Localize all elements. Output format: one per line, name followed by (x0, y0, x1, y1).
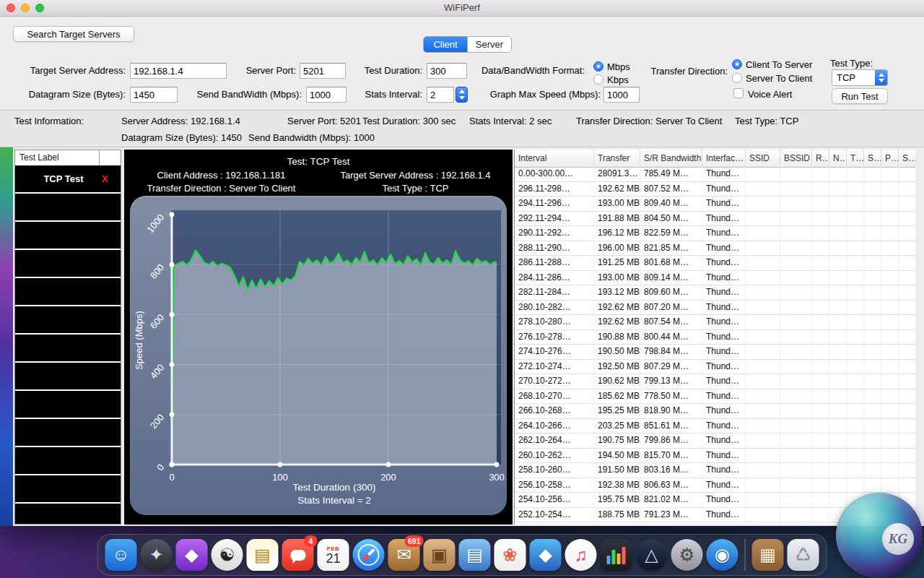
dock-stats-app-icon[interactable] (601, 539, 632, 571)
stats-interval-input[interactable] (427, 87, 454, 103)
cell-transfer: 192.62 MB (594, 315, 640, 329)
cell (881, 226, 899, 241)
dock-documents-app-icon[interactable]: ▤ (459, 539, 491, 571)
dock-safari-icon[interactable] (353, 539, 385, 571)
table-row[interactable]: 292.11-294…191.88 MB804.50 M…Thund… (515, 212, 915, 227)
stepper-up-icon[interactable] (459, 90, 465, 93)
cell (780, 389, 812, 404)
table-row[interactable]: 284.11-286…193.00 MB809.14 M…Thund… (515, 271, 915, 286)
voice-alert-checkbox[interactable] (733, 88, 744, 98)
dock-archive-box-icon[interactable]: ▣ (424, 539, 456, 571)
cell (780, 315, 812, 329)
table-row[interactable]: 272.10-274…192.50 MB807.29 M…Thund… (515, 360, 915, 375)
cell (829, 285, 847, 300)
cell (746, 285, 780, 300)
cell-transfer: 192.62 MB (594, 182, 640, 197)
dock-stamps-app-icon[interactable]: ✉691 (388, 539, 420, 571)
column-header-0[interactable]: Interval (515, 150, 594, 167)
column-header-9[interactable]: S… (864, 150, 881, 167)
dock-screen-sharing-app-icon[interactable]: ◉ (707, 539, 738, 571)
dock-photo-editor-app-icon[interactable]: △ (636, 539, 668, 571)
dock-finder-icon[interactable]: ☺ (105, 539, 137, 571)
run-test-button[interactable]: Run Test (832, 88, 888, 104)
column-header-10[interactable]: P… (881, 150, 899, 167)
cell-bandwidth: 791.23 M… (640, 508, 702, 522)
table-row[interactable]: 278.10-280…192.62 MB807.54 M…Thund… (515, 315, 915, 330)
column-header-3[interactable]: Interfac… (702, 150, 746, 167)
column-header-1[interactable]: Transfer (594, 150, 640, 167)
table-row[interactable]: 274.10-276…190.50 MB798.84 M…Thund… (515, 345, 915, 360)
cell-interface: Thund… (702, 493, 746, 507)
column-header-11[interactable]: S… (899, 150, 915, 167)
radio-mbps[interactable] (593, 61, 603, 72)
table-row[interactable]: 260.10-262…194.50 MB815.70 M…Thund… (515, 449, 915, 464)
segment-client[interactable]: Client (424, 37, 467, 52)
cell (864, 463, 881, 478)
table-row[interactable]: 258.10-260…191.50 MB803.16 M…Thund… (515, 463, 915, 478)
test-list-header[interactable]: Test Label (15, 150, 121, 166)
datagram-size-input[interactable] (130, 87, 178, 103)
cell (881, 434, 899, 448)
dock-graphics-app-icon[interactable]: ◆ (530, 539, 562, 571)
table-row[interactable]: 264.10-266…203.25 MB851.61 M…Thund… (515, 419, 915, 434)
cell (881, 256, 899, 270)
dock-calendar-icon[interactable]: FEB21 (318, 539, 349, 571)
column-header-2[interactable]: S/R Bandwidth (640, 150, 702, 167)
titlebar[interactable]: WiFiPerf (0, 0, 924, 17)
test-duration-input[interactable] (427, 63, 467, 79)
table-row[interactable]: 276.10-278…190.88 MB800.44 M…Thund… (515, 330, 915, 345)
test-type-popup[interactable]: TCP (832, 69, 888, 86)
radio-kbps[interactable] (593, 74, 603, 85)
dock-messages-icon[interactable]: 4 (282, 539, 314, 571)
column-header-4[interactable]: SSID (746, 150, 780, 167)
column-header-6[interactable]: R… (812, 150, 829, 167)
table-row[interactable]: 280.10-282…192.62 MB807.20 M…Thund… (515, 301, 915, 316)
table-row[interactable]: 296.11-298…192.62 MB807.52 M…Thund… (515, 182, 915, 197)
column-header-7[interactable]: N… (829, 150, 847, 167)
dock-music-icon[interactable]: ♫ (565, 539, 597, 571)
dock-photos-icon[interactable]: ❀ (494, 539, 526, 571)
dock-launchpad-icon[interactable]: ✦ (141, 539, 173, 571)
table-row[interactable]: 0.00-300.00…28091.3…785.49 M…Thund… (515, 167, 915, 182)
target-server-address-input[interactable] (130, 63, 227, 79)
popup-arrows-icon (875, 70, 887, 85)
radio-client-to-server[interactable] (732, 59, 742, 69)
cell (829, 197, 847, 211)
column-header-8[interactable]: T… (847, 150, 864, 167)
cell (746, 197, 780, 211)
send-bandwidth-input[interactable] (306, 87, 346, 103)
cell (780, 493, 812, 507)
column-header-5[interactable]: BSSID (780, 150, 812, 167)
desktop-wallpaper-sliver (0, 147, 13, 526)
radio-server-to-client[interactable] (732, 73, 742, 83)
photos-glyph: ❀ (502, 546, 517, 564)
server-port-input[interactable] (300, 63, 346, 79)
dock-notes-icon[interactable]: ▤ (247, 539, 279, 571)
table-row[interactable]: 268.10-270…185.62 MB778.50 M…Thund… (515, 389, 915, 405)
table-row[interactable]: 288.11-290…196.00 MB821.85 M…Thund… (515, 241, 915, 256)
cell (899, 197, 915, 211)
table-row[interactable]: 294.11-296…193.00 MB809.40 M…Thund… (515, 197, 915, 212)
table-row[interactable]: 262.10-264…190.75 MB799.86 M…Thund… (515, 434, 915, 449)
dock-purple-app-icon[interactable]: ◆ (176, 539, 208, 571)
dock-pictures-folder-icon[interactable]: ▦ (752, 539, 784, 571)
cell (746, 463, 780, 478)
test-label-row[interactable]: TCP TestX (15, 165, 121, 192)
table-row[interactable]: 256.10-258…192.38 MB806.63 M…Thund… (515, 478, 915, 493)
search-target-servers-button[interactable]: Search Target Servers (13, 26, 134, 42)
table-row[interactable]: 282.11-284…193.12 MB809.60 M…Thund… (515, 285, 915, 301)
table-row[interactable]: 266.10-268…195.25 MB818.90 M…Thund… (515, 404, 915, 419)
cell (864, 182, 881, 197)
dock-trash-icon[interactable]: ♺ (788, 539, 819, 571)
stats-interval-stepper[interactable] (456, 87, 468, 103)
dock-system-preferences-icon[interactable]: ⚙ (671, 539, 703, 571)
graph-max-speed-input[interactable] (603, 87, 640, 103)
table-row[interactable]: 290.11-292…196.12 MB822.59 M…Thund… (515, 226, 915, 241)
dock-yin-yang-app-icon[interactable]: ☯ (212, 539, 243, 571)
cell-interval: 268.10-270… (515, 389, 594, 404)
delete-test-button[interactable]: X (102, 173, 121, 184)
table-row[interactable]: 270.10-272…190.62 MB799.13 M…Thund… (515, 374, 915, 389)
table-row[interactable]: 286.11-288…191.25 MB801.68 M…Thund… (515, 256, 915, 271)
stepper-down-icon[interactable] (459, 96, 465, 100)
segment-server[interactable]: Server (467, 37, 511, 52)
